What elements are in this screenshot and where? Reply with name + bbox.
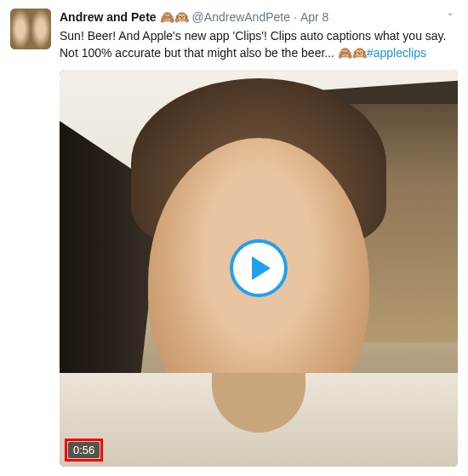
username[interactable]: @AndrewAndPete	[192, 9, 290, 26]
text-emoji: 🙈🙉	[338, 46, 367, 60]
tweet-content: Andrew and Pete 🙈🙉 @AndrewAndPete · Apr …	[60, 9, 458, 61]
display-name[interactable]: Andrew and Pete	[60, 9, 157, 26]
avatar[interactable]	[10, 9, 51, 49]
duration-highlight: 0:56	[65, 439, 103, 462]
chevron-down-icon[interactable]	[444, 9, 456, 24]
hashtag-link[interactable]: #appleclips	[367, 46, 426, 60]
video-duration: 0:56	[68, 442, 100, 458]
author-line: Andrew and Pete 🙈🙉 @AndrewAndPete · Apr …	[60, 9, 458, 26]
name-emoji: 🙈🙉	[160, 9, 189, 26]
play-icon	[252, 256, 271, 280]
tweet-text: Sun! Beer! And Apple's new app 'Clips'! …	[60, 27, 458, 61]
separator: ·	[294, 9, 297, 26]
video-media[interactable]: 0:56	[60, 70, 458, 467]
tweet-container: Andrew and Pete 🙈🙉 @AndrewAndPete · Apr …	[0, 0, 468, 475]
play-button[interactable]	[230, 239, 288, 297]
tweet-date[interactable]: Apr 8	[300, 9, 328, 26]
tweet-header: Andrew and Pete 🙈🙉 @AndrewAndPete · Apr …	[10, 9, 458, 61]
